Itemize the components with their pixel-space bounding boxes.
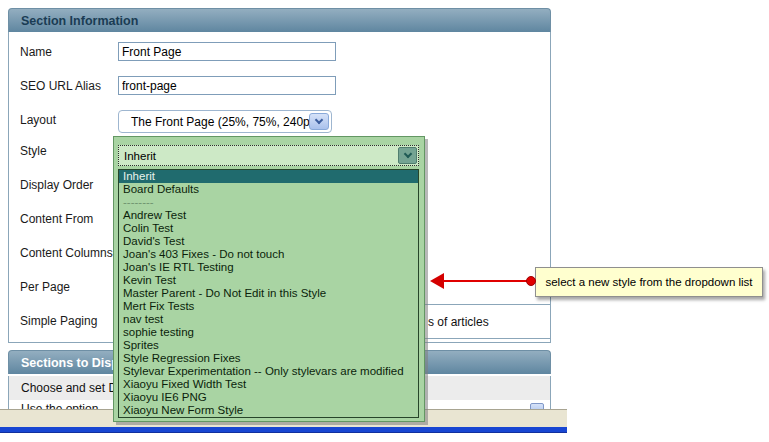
simple-paging-label: Simple Paging <box>20 314 97 328</box>
style-option[interactable]: Joan's IE RTL Testing <box>119 261 418 274</box>
style-option[interactable]: Xiaoyu New Form Style <box>119 404 418 417</box>
screenshot-stage: Section Information Name SEO URL Alias L… <box>0 0 769 442</box>
style-option[interactable]: Master Parent - Do Not Edit in this Styl… <box>119 287 418 300</box>
bottom-blue-bar <box>0 427 567 433</box>
red-arrowhead-icon <box>430 273 444 289</box>
style-option[interactable]: Xiaoyu Fixed Width Test <box>119 378 418 391</box>
simple-paging-partial-text: s of articles <box>428 315 489 329</box>
style-option[interactable]: David's Test <box>119 235 418 248</box>
style-select[interactable]: Inherit <box>118 145 419 166</box>
layout-select-value: The Front Page (25%, 75%, 240px) <box>131 115 320 129</box>
style-option[interactable]: nav test <box>119 313 418 326</box>
style-option[interactable]: Inherit <box>119 170 418 183</box>
style-label: Style <box>20 144 47 158</box>
style-option[interactable]: Stylevar Experimentation -- Only styleva… <box>119 365 418 378</box>
style-option[interactable]: Kevin Test <box>119 274 418 287</box>
style-option[interactable]: Andrew Test <box>119 209 418 222</box>
name-input[interactable] <box>118 42 336 61</box>
section-information-title: Section Information <box>21 14 138 28</box>
style-select-value: Inherit <box>124 150 156 162</box>
style-option-divider: -------- <box>119 196 418 209</box>
style-option[interactable]: Xiaoyu IE6 PNG <box>119 391 418 404</box>
seo-url-alias-input[interactable] <box>118 76 336 95</box>
red-connector-line <box>443 280 533 282</box>
style-dropdown-panel: Inherit Inherit Board Defaults -------- … <box>113 136 425 422</box>
section-information-header: Section Information <box>8 8 551 32</box>
name-label: Name <box>20 45 52 59</box>
style-option[interactable]: sophie testing <box>119 326 418 339</box>
red-dot-icon <box>526 276 536 286</box>
chevron-down-icon[interactable] <box>398 147 417 164</box>
style-option[interactable]: Mert Fix Tests <box>119 300 418 313</box>
per-page-label: Per Page <box>20 280 70 294</box>
content-from-label: Content From <box>20 212 93 226</box>
style-option[interactable]: Colin Test <box>119 222 418 235</box>
chevron-down-icon[interactable] <box>309 113 329 130</box>
layout-select[interactable]: The Front Page (25%, 75%, 240px) <box>118 110 332 133</box>
content-columns-label: Content Columns <box>20 246 113 260</box>
seo-url-alias-label: SEO URL Alias <box>20 79 101 93</box>
style-option[interactable]: Sprites <box>119 339 418 352</box>
layout-label: Layout <box>20 113 56 127</box>
callout-tooltip: select a new style from the dropdown lis… <box>535 267 763 297</box>
style-option[interactable]: Joan's 403 Fixes - Do not touch <box>119 248 418 261</box>
callout-text: select a new style from the dropdown lis… <box>545 276 752 288</box>
display-order-label: Display Order <box>20 178 93 192</box>
choose-and-set-text: Choose and set D <box>21 381 117 395</box>
style-option[interactable]: Style Regression Fixes <box>119 352 418 365</box>
style-options-list: Inherit Board Defaults -------- Andrew T… <box>118 169 419 418</box>
style-option[interactable]: Board Defaults <box>119 183 418 196</box>
